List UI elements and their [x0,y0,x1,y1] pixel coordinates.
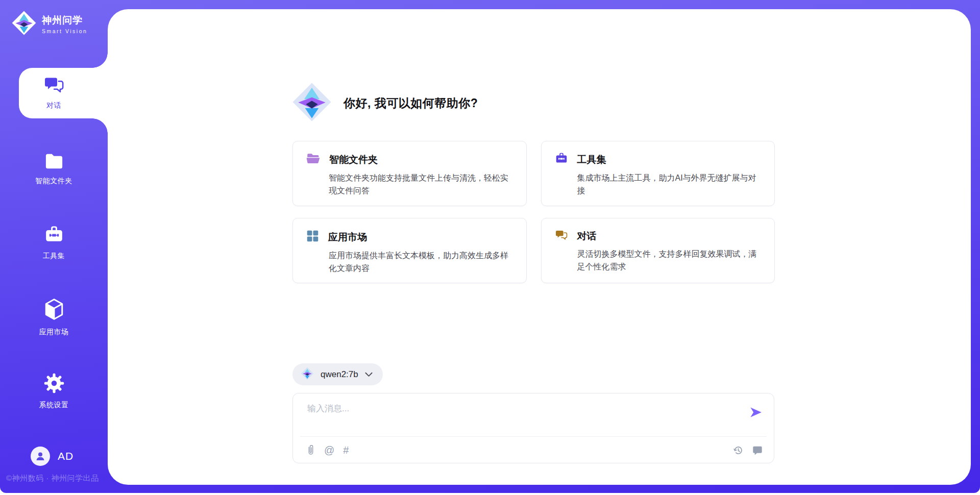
sidebar-footer: ©神州数码 · 神州问学出品 [6,474,99,483]
chat-icon [555,230,568,243]
gear-icon [43,373,65,396]
hero-gem-icon [291,82,332,125]
user-name: AD [58,450,74,462]
cube-icon [43,298,65,323]
card-smart-folder[interactable]: 智能文件夹 智能文件夹功能支持批量文件上传与清洗，轻松实现文件问答 [292,141,527,206]
send-icon[interactable] [749,406,763,419]
card-chat[interactable]: 对话 灵活切换多模型文件，支持多样回复效果调试，满足个性化需求 [541,218,775,283]
card-toolset[interactable]: 工具集 集成市场上主流工具，助力AI与外界无缝扩展与对接 [541,141,775,206]
message-input[interactable] [307,404,726,414]
avatar [31,447,50,466]
sidebar-item-toolset[interactable]: 工具集 [0,221,108,265]
brand-gem-icon [11,10,37,38]
sidebar-item-label: 工具集 [43,252,65,261]
app-root: 神州问学 Smart Vision 对话 智能文件夹 工具集 [0,0,980,495]
card-title: 对话 [577,230,597,243]
sidebar-item-label: 应用市场 [39,328,69,337]
briefcase-icon [555,153,568,167]
greeting-title: 你好, 我可以如何帮助你? [344,95,478,111]
sidebar-item-label: 系统设置 [39,401,69,410]
toolbox-icon [44,226,64,247]
card-description: 集成市场上主流工具，助力AI与外界无缝扩展与对接 [577,171,763,197]
composer-divider [300,436,767,437]
card-app-market[interactable]: 应用市场 应用市场提供丰富长文本模板，助力高效生成多样化文章内容 [292,218,527,283]
active-tab-connector-bottom [92,118,108,134]
chevron-down-icon [365,372,373,377]
sidebar-item-smart-folder[interactable]: 智能文件夹 [0,147,108,191]
history-icon[interactable] [733,445,744,456]
card-description: 灵活切换多模型文件，支持多样回复效果调试，满足个性化需求 [577,247,763,273]
grid-icon [306,230,319,244]
attachment-icon[interactable] [306,444,315,456]
card-title: 工具集 [577,153,606,166]
folder-icon [44,153,64,172]
model-selector[interactable]: qwen2:7b [292,363,383,385]
brand-name: 神州问学 [42,14,87,27]
mention-icon[interactable]: @ [324,445,334,455]
folder-icon [306,153,320,167]
chat-bubbles-icon [43,76,65,96]
model-gem-icon [301,367,314,382]
chat-bubble-icon[interactable] [752,445,763,455]
card-description: 智能文件夹功能支持批量文件上传与清洗，轻松实现文件问答 [329,171,514,197]
model-name: qwen2:7b [321,369,358,380]
sidebar-item-label: 对话 [46,101,61,110]
main-content: 你好, 我可以如何帮助你? 智能文件夹 智能文件夹功能支持批量文件上传与清洗，轻… [108,9,971,485]
card-title: 智能文件夹 [329,153,378,166]
card-title: 应用市场 [328,231,367,244]
user-row[interactable]: AD [31,447,74,466]
sidebar-item-app-market[interactable]: 应用市场 [0,295,108,339]
message-composer: @ # [292,393,774,463]
feature-cards: 智能文件夹 智能文件夹功能支持批量文件上传与清洗，轻松实现文件问答 工具集 集成… [292,141,775,283]
sidebar-item-label: 智能文件夹 [35,177,72,186]
brand-subtitle: Smart Vision [42,28,87,34]
hashtag-icon[interactable]: # [343,445,349,455]
active-tab-connector-top [92,53,108,68]
brand: 神州问学 Smart Vision [11,10,87,38]
composer-toolbar: @ # [306,442,763,458]
sidebar-item-settings[interactable]: 系统设置 [0,369,108,413]
card-description: 应用市场提供丰富长文本模板，助力高效生成多样化文章内容 [329,249,514,275]
sidebar-item-chat[interactable]: 对话 [0,68,108,118]
hero: 你好, 我可以如何帮助你? [291,82,478,125]
